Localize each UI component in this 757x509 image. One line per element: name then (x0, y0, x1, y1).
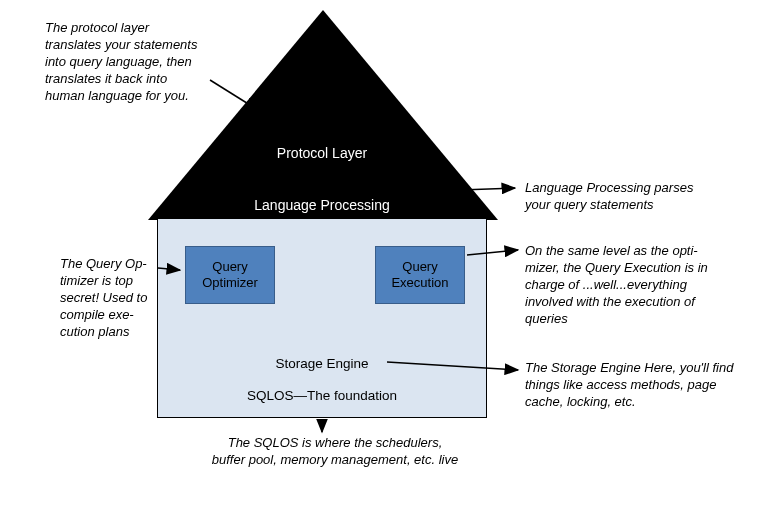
query-optimizer-box: Query Optimizer (185, 246, 275, 304)
annotation-protocol: The protocol layer translates your state… (45, 20, 205, 104)
query-execution-box: Query Execution (375, 246, 465, 304)
query-optimizer-text: Query Optimizer (202, 259, 258, 290)
storage-engine-label: Storage Engine (222, 356, 422, 371)
annotation-storage: The Storage Engine Here, you'll find thi… (525, 360, 735, 411)
annotation-sqlos: The SQLOS is where the schedulers, buffe… (210, 435, 460, 469)
sqlos-label: SQLOS—The foundation (222, 388, 422, 403)
query-execution-text: Query Execution (391, 259, 448, 290)
annotation-language-processing: Language Processing parses your query st… (525, 180, 705, 214)
annotation-optimizer: The Query Op-timizer is top secret! Used… (60, 256, 160, 340)
language-processing-label: Language Processing (222, 197, 422, 213)
protocol-layer-label: Protocol Layer (222, 145, 422, 161)
annotation-execution: On the same level as the opti-mizer, the… (525, 243, 725, 327)
